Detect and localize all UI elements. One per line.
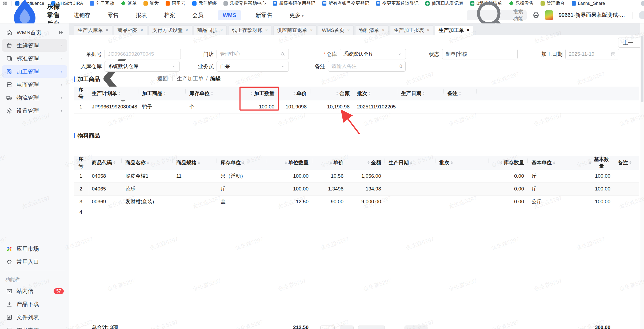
field-input-仓库[interactable]: 系统默认仓库 <box>340 49 406 59</box>
column-header-金额[interactable]: 金额 <box>310 87 353 100</box>
sort-caret-icon[interactable] <box>451 161 453 164</box>
tab-支付方式设置[interactable]: 支付方式设置× <box>149 25 192 35</box>
sort-caret-icon[interactable] <box>147 161 149 164</box>
table-row[interactable]: 104058脆皮金桔111只（浮动）100.0010.561,056.000.0… <box>74 170 639 182</box>
nav-item-档案[interactable]: 档案 <box>161 10 178 21</box>
close-icon[interactable]: × <box>347 27 350 33</box>
previous-record-button[interactable]: 上一 <box>618 38 640 48</box>
sidebar-item-加工管理[interactable]: 加工管理 <box>2 65 67 78</box>
bookmark-item[interactable]: 派单 <box>121 0 137 6</box>
column-header-加工数量[interactable]: 加工数量 <box>240 87 278 100</box>
scrollbar[interactable] <box>640 23 644 329</box>
sidebar-item-标准管理[interactable]: 标准管理 <box>2 52 67 65</box>
sort-caret-icon[interactable] <box>459 92 461 95</box>
bookmark-item[interactable]: 阿里云 <box>166 0 185 6</box>
bottom-action-button[interactable] <box>405 326 427 329</box>
sort-caret-icon[interactable] <box>242 161 244 164</box>
tab-物料清单[interactable]: 物料清单× <box>355 25 389 35</box>
bottom-action-button[interactable] <box>320 326 335 329</box>
printer-icon[interactable] <box>533 12 539 19</box>
column-header-单价[interactable]: 单价 <box>312 156 347 170</box>
column-header-商品名称[interactable]: 商品名称 <box>122 156 173 170</box>
sidebar-item-需求申请[interactable]: 需求申请 <box>2 324 67 329</box>
tab-供应商直退单[interactable]: 供应商直退单× <box>273 25 317 35</box>
sort-caret-icon[interactable] <box>423 92 425 95</box>
close-icon[interactable]: × <box>220 27 223 33</box>
bookmark-item[interactable]: 乐檬零售帮助中心 <box>223 0 266 6</box>
column-header-备注[interactable]: 备注 <box>444 87 477 100</box>
tab-商品档案[interactable]: 商品档案× <box>114 25 147 35</box>
bookmark-item[interactable]: 句子互动 <box>90 0 114 6</box>
sidebar-item-常用入口[interactable]: 常用入口 <box>2 255 67 268</box>
nav-item-WMS[interactable]: WMS <box>218 10 241 20</box>
nav-item-新零售[interactable]: 新零售 <box>253 10 275 21</box>
tab-生产加工报表[interactable]: 生产加工报表× <box>390 25 434 35</box>
sort-caret-icon[interactable] <box>164 92 166 95</box>
bottom-action-button[interactable] <box>358 326 385 329</box>
column-header-金额[interactable]: 金额 <box>347 156 385 170</box>
close-icon[interactable]: × <box>427 27 430 33</box>
sidebar-item-物流管理[interactable]: 物流管理 <box>2 91 67 104</box>
sort-caret-icon[interactable] <box>251 92 253 95</box>
nav-item-报表[interactable]: 报表 <box>133 10 150 21</box>
field-input-状态[interactable]: 制单|审核 <box>442 49 518 59</box>
tab-WMS首页[interactable]: WMS首页× <box>318 25 354 35</box>
scrollbar-thumb[interactable] <box>641 36 643 102</box>
table-row[interactable]: 300369发财柑(盒装)盒12.5090.009,000.000.00公斤10… <box>74 195 639 208</box>
field-input-加工日期[interactable]: 2025-11-19 <box>565 49 619 59</box>
field-input-门店[interactable]: 管理中心 <box>217 49 289 59</box>
bookmark-item[interactable]: 所有者账号变更登记 <box>322 0 369 6</box>
bookmark-item[interactable]: 值班日志登记表 <box>425 0 463 6</box>
column-header-批次[interactable]: 批次 <box>353 87 397 100</box>
tab-生产入库单[interactable]: 生产入库单× <box>74 25 112 35</box>
bookmark-item[interactable]: 超级密码使用登记 <box>273 0 315 6</box>
column-header-生产日期[interactable]: 生产日期 <box>397 87 444 100</box>
column-header-生产日期[interactable]: 生产日期 <box>385 156 435 170</box>
nav-item-会员[interactable]: 会员 <box>190 10 206 21</box>
sort-caret-icon[interactable] <box>198 161 200 164</box>
bookmark-item[interactable]: 变更更新通道登记 <box>376 0 418 6</box>
close-icon[interactable]: × <box>265 27 268 33</box>
sidebar-item-WMS首页[interactable]: WMS首页 <box>2 26 67 39</box>
table-row[interactable]: 204065芭乐斤100.001.3498134.980.00斤100.00 <box>74 182 639 195</box>
sort-caret-icon[interactable] <box>285 161 287 164</box>
bottom-action-button[interactable] <box>340 326 354 329</box>
column-header-基本单位[interactable]: 基本单位 <box>528 156 585 170</box>
sidebar-item-设置管理[interactable]: 设置管理 <box>2 104 67 117</box>
close-icon[interactable]: × <box>141 27 143 33</box>
close-icon[interactable]: × <box>106 27 109 33</box>
sort-caret-icon[interactable] <box>293 92 295 95</box>
sidebar-item-文件列表[interactable]: 文件列表 <box>2 311 67 323</box>
bookmark-item[interactable]: 智齿 <box>143 0 159 6</box>
close-icon[interactable]: × <box>382 27 385 33</box>
column-header-商品规格[interactable]: 商品规格 <box>173 156 217 170</box>
sidebar-item-应用市场[interactable]: 应用市场 <box>2 242 67 255</box>
sidebar-item-产品下载[interactable]: 产品下载 <box>2 298 67 310</box>
nav-item-进销存[interactable]: 进销存 <box>71 10 93 21</box>
sort-caret-icon[interactable] <box>330 161 332 164</box>
sort-caret-icon[interactable] <box>367 161 370 164</box>
column-header-基本数量[interactable]: 基本数量 <box>585 156 614 170</box>
column-header-库存单位[interactable]: 库存单位 <box>217 156 267 170</box>
sidebar-item-站内信[interactable]: 站内信57 <box>2 285 67 297</box>
sort-caret-icon[interactable] <box>500 161 502 164</box>
column-header-批次[interactable]: 批次 <box>435 156 489 170</box>
sidebar-item-生鲜管理[interactable]: 生鲜管理 <box>2 39 67 52</box>
tab-商品同步[interactable]: 商品同步× <box>194 25 227 35</box>
column-header-商品代码[interactable]: 商品代码 <box>88 156 122 170</box>
sort-caret-icon[interactable] <box>113 161 115 164</box>
field-input-入库仓库[interactable]: 系统默认仓库 <box>105 61 180 72</box>
bookmark-item[interactable]: Lanhu_Share <box>572 1 605 6</box>
sort-caret-icon[interactable] <box>629 161 631 164</box>
field-input-备注[interactable]: 请输入备注0 <box>328 61 406 72</box>
column-header-库存数量[interactable]: 库存数量 <box>489 156 528 170</box>
sort-caret-icon[interactable] <box>336 92 338 95</box>
column-header-备注[interactable]: 备注 <box>614 156 639 170</box>
field-input-业务员[interactable]: 自采 <box>217 61 289 72</box>
sidebar-item-电商管理[interactable]: 电商管理 <box>2 78 67 91</box>
sort-caret-icon[interactable] <box>118 92 121 95</box>
field-input-单据号[interactable]: JO99661992070045 <box>105 49 181 59</box>
close-icon[interactable]: × <box>185 27 188 33</box>
close-icon[interactable]: × <box>310 27 313 33</box>
sort-caret-icon[interactable] <box>589 161 591 164</box>
